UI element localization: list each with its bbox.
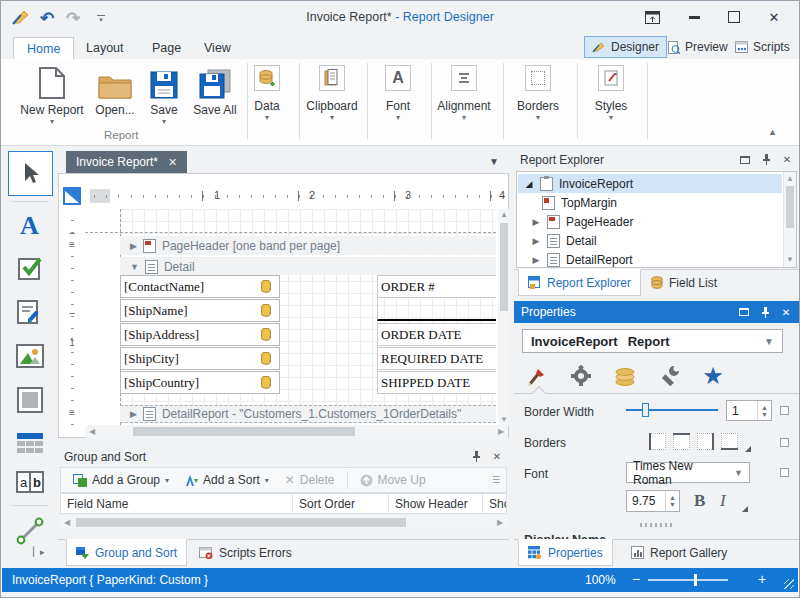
report-canvas[interactable]: ▶ PageHeader [one band per page] ▼ Detai… — [85, 209, 496, 426]
caption-order-date[interactable]: ORDER DATE — [377, 323, 496, 346]
tab-report-gallery[interactable]: Report Gallery — [622, 539, 736, 566]
border-right-button[interactable] — [697, 433, 714, 450]
field-ship-address[interactable]: [ShipAddress] — [120, 323, 280, 346]
border-left-button[interactable] — [649, 433, 666, 450]
layout-wrench-icon[interactable] — [654, 363, 684, 389]
document-list-caret-icon[interactable]: ▼ — [489, 156, 499, 167]
tab-layout[interactable]: Layout — [73, 37, 137, 59]
font-name-dropdown[interactable]: Times New Roman ▼ — [626, 462, 750, 483]
border-width-slider[interactable] — [626, 400, 718, 420]
ruler-corner[interactable] — [63, 187, 81, 205]
add-group-button[interactable]: Add a Group▾ — [67, 469, 175, 491]
tool-character-comb[interactable]: ab — [3, 463, 56, 501]
close-icon[interactable]: ✕ — [780, 306, 792, 318]
tool-pointer[interactable] — [8, 151, 53, 196]
horizontal-scrollbar[interactable]: ◀ ▶ — [85, 425, 508, 438]
data-coins-icon[interactable] — [610, 363, 640, 389]
save-all-button[interactable]: Save All — [187, 63, 243, 135]
band-collapse-icon[interactable]: ▶ — [130, 241, 137, 251]
splitter-grip[interactable] — [640, 523, 674, 527]
tab-page[interactable]: Page — [139, 37, 194, 59]
new-report-button[interactable]: New Report ▾ — [19, 63, 85, 135]
tab-group-and-sort[interactable]: Group and Sort — [66, 539, 187, 566]
spin-down-icon[interactable]: ▼ — [669, 501, 676, 508]
tree-node-top-margin[interactable]: TopMargin — [518, 193, 782, 212]
vertical-scrollbar[interactable]: ▲ ▼ — [498, 209, 510, 426]
maximize-panel-icon[interactable] — [739, 154, 751, 166]
bold-button[interactable]: B — [694, 491, 705, 511]
tab-field-list[interactable]: Field List — [642, 269, 726, 296]
tree-node-invoice-report[interactable]: ◢ InvoiceReport — [518, 174, 782, 193]
expander-icon[interactable]: ▶ — [531, 236, 541, 246]
tree-scrollbar[interactable]: ▲ ▼ — [783, 172, 796, 267]
borders-button[interactable]: Borders ▾ — [511, 65, 565, 122]
expander-icon[interactable]: ▶ — [531, 255, 541, 265]
pin-icon[interactable] — [760, 154, 772, 166]
tab-properties[interactable]: Properties — [518, 539, 613, 566]
resize-grip[interactable] — [784, 579, 794, 589]
band-page-header[interactable]: ▶ PageHeader [one band per page] — [120, 236, 496, 255]
tool-line[interactable] — [3, 511, 56, 551]
spin-down-icon[interactable]: ▼ — [761, 411, 768, 418]
selected-object-combo[interactable]: InvoiceReport Report ▼ — [522, 329, 783, 353]
tree-node-detail-report[interactable]: ▶ DetailReport — [518, 250, 782, 269]
spin-up-icon[interactable]: ▲ — [761, 404, 768, 411]
document-tab-close-icon[interactable]: ✕ — [168, 156, 177, 169]
border-width-spinner[interactable]: 1 ▲▼ — [726, 400, 772, 421]
close-icon[interactable]: ✕ — [781, 154, 793, 166]
tab-view[interactable]: View — [191, 37, 244, 59]
mode-preview-button[interactable]: Preview — [661, 36, 735, 58]
clipboard-button[interactable]: Clipboard ▾ — [301, 65, 363, 122]
expander-icon[interactable]: ▶ — [531, 217, 541, 227]
field-contact-name[interactable]: [ContactName] — [120, 275, 280, 298]
italic-button[interactable]: I — [720, 491, 726, 511]
tab-scripts-errors[interactable]: Scripts Errors — [190, 539, 301, 566]
caption-order-number[interactable]: ORDER # — [377, 275, 496, 298]
group-sort-hscrollbar[interactable]: ◀ ▶ — [60, 516, 507, 529]
document-tab-invoice-report[interactable]: Invoice Report* ✕ — [66, 151, 187, 173]
maximize-panel-icon[interactable] — [738, 306, 750, 318]
borders-more-icon[interactable] — [745, 446, 751, 452]
favorites-star-icon[interactable]: ★ — [698, 363, 728, 389]
band-collapse-icon[interactable]: ▼ — [130, 262, 139, 272]
toolbar-overflow-icon[interactable]: ☰ — [492, 475, 500, 485]
caption-shipped-date[interactable]: SHIPPED DATE — [377, 371, 496, 394]
save-button[interactable]: Save ▾ — [143, 63, 185, 135]
borders-marker[interactable] — [780, 438, 789, 447]
tree-node-page-header[interactable]: ▶ PageHeader — [518, 212, 782, 231]
tool-panel[interactable] — [3, 381, 56, 419]
spin-up-icon[interactable]: ▲ — [669, 494, 676, 501]
field-ship-city[interactable]: [ShipCity] — [120, 347, 280, 370]
add-sort-button[interactable]: Add a Sort▾ — [179, 469, 275, 491]
font-size-spinner[interactable]: 9.75 ▲▼ — [626, 490, 680, 512]
border-bottom-button[interactable] — [721, 433, 738, 450]
expander-icon[interactable]: ◢ — [524, 179, 534, 189]
zoom-out-icon[interactable]: − — [632, 568, 640, 591]
band-detail-report[interactable]: ▶ DetailReport - "Customers_1.Customers_… — [120, 405, 496, 423]
tab-report-explorer[interactable]: Report Explorer — [518, 269, 641, 296]
column-show[interactable]: Show — [483, 494, 506, 513]
move-up-button[interactable]: Move Up — [354, 469, 432, 491]
field-ship-name[interactable]: [ShipName] — [120, 299, 280, 322]
slider-thumb[interactable] — [642, 403, 649, 417]
font-more-icon[interactable] — [742, 506, 748, 512]
tab-home[interactable]: Home — [13, 37, 74, 59]
column-sort-order[interactable]: Sort Order — [293, 494, 389, 513]
font-button[interactable]: A Font ▾ — [373, 65, 423, 122]
minimize-icon[interactable] — [681, 6, 707, 28]
tool-rich-text[interactable] — [3, 293, 56, 331]
pin-icon[interactable] — [470, 451, 482, 463]
mode-scripts-button[interactable]: Scripts — [728, 36, 797, 58]
caption-required-date[interactable]: REQUIRED DATE — [377, 347, 496, 370]
tool-table[interactable] — [3, 425, 56, 461]
data-button[interactable]: Data ▾ — [242, 65, 292, 122]
tool-picture-box[interactable] — [3, 337, 56, 375]
ribbon-collapse-icon[interactable]: ▲ — [768, 127, 777, 137]
zoom-slider-thumb[interactable] — [694, 574, 697, 586]
line-control[interactable] — [377, 299, 496, 321]
zoom-slider[interactable] — [648, 579, 728, 581]
close-icon[interactable]: ✕ — [491, 451, 503, 463]
delete-button[interactable]: ✕ Delete — [279, 469, 341, 491]
mode-designer-button[interactable]: Designer — [584, 36, 667, 58]
appearance-brush-icon[interactable] — [522, 363, 552, 389]
